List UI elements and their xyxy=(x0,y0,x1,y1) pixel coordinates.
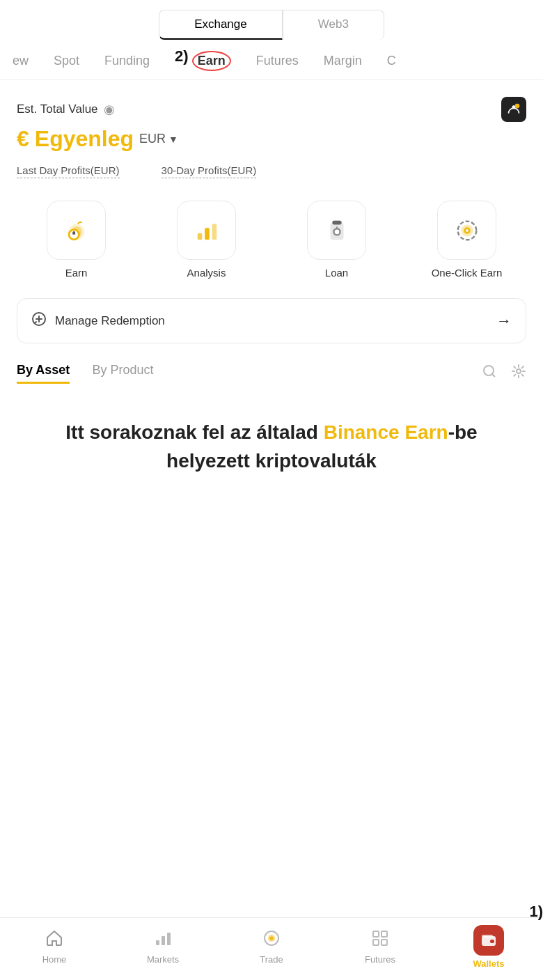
svg-rect-11 xyxy=(332,220,341,224)
main-message-text: Itt sorakoznak fel az általad Binance Ea… xyxy=(31,419,512,475)
nav-tab-more[interactable]: C xyxy=(375,54,409,77)
svg-point-21 xyxy=(517,369,521,373)
profits-row: Last Day Profits(EUR) 30-Day Profits(EUR… xyxy=(17,164,526,178)
action-one-click-earn[interactable]: One-Click Earn xyxy=(407,201,526,279)
earn-icon-box xyxy=(47,201,106,260)
svg-rect-30 xyxy=(373,940,379,945)
message-part1: Itt sorakoznak fel az általad xyxy=(65,421,323,443)
asset-tabs-row: By Asset By Product xyxy=(17,363,526,384)
svg-rect-9 xyxy=(212,224,217,240)
nav-tab-overview[interactable]: ew xyxy=(0,54,41,77)
action-loan[interactable]: Loan xyxy=(277,201,396,279)
quick-actions: Earn Analysis xyxy=(17,201,526,279)
main-message: Itt sorakoznak fel az általad Binance Ea… xyxy=(17,398,526,503)
notification-button[interactable] xyxy=(501,97,526,122)
nav-futures-label: Futures xyxy=(365,954,395,965)
step2-label: 2) xyxy=(175,47,189,65)
earn-action-label: Earn xyxy=(65,267,88,279)
nav-home[interactable]: Home xyxy=(0,929,109,965)
tab-web3[interactable]: Web3 xyxy=(283,10,384,40)
bottom-nav: Home Markets Trade xyxy=(0,917,543,980)
action-earn[interactable]: Earn xyxy=(17,201,136,279)
nav-tab-spot[interactable]: Spot xyxy=(41,54,92,77)
nav-tab-margin[interactable]: Margin xyxy=(311,54,375,77)
nav-futures[interactable]: Futures xyxy=(326,929,434,965)
est-value-row: Est. Total Value ◉ xyxy=(17,97,526,122)
svg-rect-7 xyxy=(197,233,202,240)
nav-home-label: Home xyxy=(42,954,67,965)
settings-icon[interactable] xyxy=(511,364,526,383)
search-icon[interactable] xyxy=(482,364,497,383)
svg-rect-22 xyxy=(156,940,159,945)
currency-selector[interactable]: EUR ▼ xyxy=(139,132,178,146)
analysis-icon-box xyxy=(177,201,236,260)
svg-rect-14 xyxy=(336,226,338,229)
nav-tab-bar: ew Spot Funding 2) Earn Futures Margin C xyxy=(0,40,543,80)
svg-point-18 xyxy=(466,229,469,232)
svg-rect-33 xyxy=(490,940,494,943)
est-total-value-label: Est. Total Value ◉ xyxy=(17,102,115,117)
eye-icon[interactable]: ◉ xyxy=(104,102,115,117)
manage-redemption-label: Manage Redemption xyxy=(55,314,165,328)
action-analysis[interactable]: Analysis xyxy=(147,201,266,279)
one-click-earn-action-label: One-Click Earn xyxy=(432,267,503,279)
earn-tab-label[interactable]: Earn xyxy=(192,51,231,71)
svg-rect-23 xyxy=(162,936,165,945)
asset-tab-group: By Asset By Product xyxy=(17,363,153,384)
svg-point-1 xyxy=(515,104,520,109)
svg-rect-8 xyxy=(205,228,210,240)
futures-icon xyxy=(371,929,389,951)
trade-icon xyxy=(262,929,281,951)
tab-by-asset[interactable]: By Asset xyxy=(17,363,70,384)
top-tab-bar: Exchange Web3 xyxy=(0,0,543,40)
nav-wallets[interactable]: 1) Wallets xyxy=(434,925,543,969)
loan-icon-box xyxy=(307,201,366,260)
nav-markets-label: Markets xyxy=(147,954,179,965)
currency-code: EUR xyxy=(139,132,166,146)
est-total-value-text: Est. Total Value xyxy=(17,102,98,116)
tab-exchange[interactable]: Exchange xyxy=(159,10,283,40)
manage-redemption-icon xyxy=(31,311,47,330)
svg-point-6 xyxy=(72,231,75,233)
balance-label: Egyenleg xyxy=(35,126,134,152)
thirty-day-profits[interactable]: 30-Day Profits(EUR) xyxy=(162,164,257,178)
nav-wallets-label: Wallets xyxy=(473,958,504,969)
wallets-icon-wrapper xyxy=(473,925,504,956)
main-content: Est. Total Value ◉ € Egyenleg EUR ▼ Last… xyxy=(0,80,543,503)
loan-action-label: Loan xyxy=(325,267,348,279)
balance-row: € Egyenleg EUR ▼ xyxy=(17,126,526,152)
nav-markets[interactable]: Markets xyxy=(109,929,217,965)
svg-rect-28 xyxy=(373,931,379,937)
dropdown-arrow-icon: ▼ xyxy=(168,134,178,145)
nav-tab-earn[interactable]: 2) Earn xyxy=(162,51,244,79)
nav-tab-futures[interactable]: Futures xyxy=(244,54,311,77)
svg-rect-31 xyxy=(381,940,387,945)
manage-redemption-left: Manage Redemption xyxy=(31,311,165,330)
svg-rect-34 xyxy=(482,935,493,938)
svg-point-27 xyxy=(270,937,274,940)
manage-redemption-button[interactable]: Manage Redemption → xyxy=(17,298,526,343)
last-day-profits[interactable]: Last Day Profits(EUR) xyxy=(17,164,120,178)
step1-label: 1) xyxy=(529,903,543,921)
one-click-earn-icon-box xyxy=(437,201,496,260)
analysis-action-label: Analysis xyxy=(187,267,226,279)
arrow-right-icon: → xyxy=(496,312,512,330)
home-icon xyxy=(45,929,63,951)
svg-rect-29 xyxy=(381,931,387,937)
markets-icon xyxy=(154,929,172,951)
nav-tab-funding[interactable]: Funding xyxy=(92,54,162,77)
asset-tab-icons xyxy=(482,364,526,383)
nav-trade-label: Trade xyxy=(260,954,283,965)
svg-rect-24 xyxy=(167,933,171,945)
svg-point-13 xyxy=(334,229,339,234)
message-highlight: Binance Earn xyxy=(324,421,448,443)
euro-symbol: € xyxy=(17,126,29,152)
nav-trade[interactable]: Trade xyxy=(217,929,326,965)
tab-by-product[interactable]: By Product xyxy=(92,363,153,384)
